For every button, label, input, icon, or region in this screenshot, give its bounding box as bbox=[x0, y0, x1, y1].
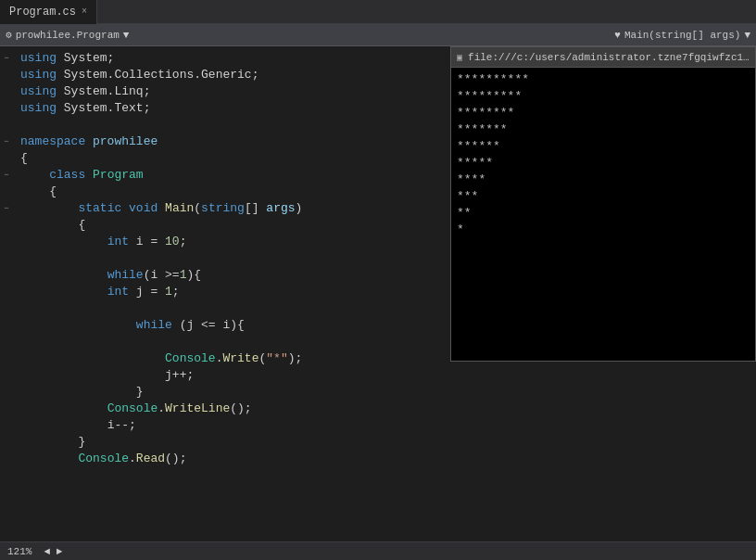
main-area: −using System;using System.Collections.G… bbox=[0, 46, 756, 541]
console-output-line: ** bbox=[457, 205, 750, 222]
collapse-indicator[interactable]: − bbox=[0, 134, 13, 150]
token: . bbox=[129, 452, 136, 465]
token: System.Text; bbox=[57, 101, 150, 115]
token: int bbox=[107, 235, 129, 248]
line-code-content: static void Main(string[] args) bbox=[17, 200, 302, 217]
token: (); bbox=[230, 401, 251, 415]
token: System.Collections.Generic; bbox=[57, 68, 258, 82]
code-line: Console.WriteLine(); bbox=[0, 401, 756, 417]
token: (j <= i){ bbox=[172, 318, 245, 332]
line-code-content bbox=[17, 334, 136, 350]
token: Console bbox=[165, 351, 216, 365]
token: using bbox=[20, 68, 57, 82]
line-code-content bbox=[17, 250, 107, 267]
token: System.Linq; bbox=[57, 84, 150, 98]
token bbox=[121, 201, 129, 215]
console-title-text: file:///c:/users/administrator.tzne7fgqi… bbox=[468, 52, 750, 63]
token: j++; bbox=[165, 368, 194, 382]
line-code-content: Console.Write("*"); bbox=[17, 350, 302, 367]
console-output-line: ******* bbox=[457, 121, 750, 138]
toolbar-strip: ⚙ prowhilee.Program ▼ ♥ Main(string[] ar… bbox=[0, 24, 756, 46]
token: [] bbox=[245, 201, 266, 215]
line-code-content: Console.Read(); bbox=[17, 451, 186, 467]
line-code-content: using System.Text; bbox=[17, 100, 150, 117]
console-output-line: ********* bbox=[457, 88, 750, 105]
line-code-content: { bbox=[17, 150, 28, 167]
token: Console bbox=[78, 452, 129, 465]
token: "*" bbox=[266, 351, 287, 365]
token: { bbox=[20, 151, 28, 165]
line-code-content: } bbox=[17, 434, 85, 451]
token: ( bbox=[194, 201, 201, 215]
console-titlebar: ▣ file:///c:/users/administrator.tzne7fg… bbox=[451, 47, 755, 68]
project-label: prowhilee.Program bbox=[16, 30, 120, 41]
token: namespace bbox=[20, 134, 85, 148]
token: using bbox=[20, 101, 57, 115]
token: ); bbox=[288, 351, 303, 365]
toolbar-left: ⚙ prowhilee.Program ▼ bbox=[6, 29, 611, 41]
token: prowhilee bbox=[85, 134, 158, 148]
dropdown-icon[interactable]: ▼ bbox=[123, 30, 130, 41]
token: Main bbox=[165, 201, 194, 215]
program-cs-tab[interactable]: Program.cs × bbox=[0, 0, 97, 24]
token: WriteLine bbox=[165, 401, 230, 415]
token: while bbox=[107, 268, 144, 282]
console-output-line: * bbox=[457, 222, 750, 238]
tab-close-button[interactable]: × bbox=[82, 6, 87, 17]
token bbox=[158, 201, 165, 215]
collapse-indicator[interactable]: − bbox=[0, 50, 13, 67]
token: ; bbox=[180, 235, 187, 248]
token: class bbox=[49, 168, 85, 182]
code-line: i--; bbox=[0, 417, 756, 434]
console-window: ▣ file:///c:/users/administrator.tzne7fg… bbox=[450, 46, 756, 362]
token: 10 bbox=[165, 235, 180, 248]
console-output-line: ******** bbox=[457, 105, 750, 121]
console-output-line: ********** bbox=[457, 71, 750, 88]
console-body: ****************************************… bbox=[451, 68, 755, 361]
line-code-content: j++; bbox=[17, 367, 194, 384]
collapse-indicator[interactable]: − bbox=[0, 200, 13, 217]
token: } bbox=[78, 435, 85, 449]
line-code-content: while(i >=1){ bbox=[17, 267, 201, 284]
code-line: } bbox=[0, 384, 756, 401]
line-code-content: { bbox=[17, 184, 57, 200]
tab-bar: Program.cs × bbox=[0, 0, 756, 24]
token: ; bbox=[172, 285, 180, 299]
line-code-content bbox=[17, 300, 107, 317]
line-code-content: while (j <= i){ bbox=[17, 317, 245, 334]
token: Program bbox=[93, 168, 144, 182]
code-line: j++; bbox=[0, 367, 756, 384]
token: ){ bbox=[186, 268, 201, 282]
token: i = bbox=[129, 235, 165, 248]
console-output-line: *** bbox=[457, 188, 750, 205]
code-line: } bbox=[0, 434, 756, 451]
token: ) bbox=[296, 201, 303, 215]
line-code-content: using System; bbox=[17, 50, 114, 67]
method-heart-icon: ♥ bbox=[614, 30, 621, 41]
zoom-bar: 121% ◄ ► bbox=[0, 541, 756, 560]
token: string bbox=[201, 201, 245, 215]
token: using bbox=[20, 84, 57, 98]
console-output-line: ****** bbox=[457, 138, 750, 155]
token: (); bbox=[165, 452, 186, 465]
tab-label: Program.cs bbox=[9, 6, 76, 19]
collapse-indicator[interactable]: − bbox=[0, 167, 13, 184]
line-code-content: using System.Collections.Generic; bbox=[17, 67, 258, 83]
token: static bbox=[78, 201, 121, 215]
token: System; bbox=[57, 51, 114, 65]
method-dropdown-icon[interactable]: ▼ bbox=[744, 30, 750, 41]
console-output-line: ***** bbox=[457, 155, 750, 172]
token: { bbox=[49, 185, 57, 198]
token: j = bbox=[129, 285, 165, 299]
token: using bbox=[20, 51, 57, 65]
line-code-content: int j = 1; bbox=[17, 284, 180, 300]
line-code-content: { bbox=[17, 217, 85, 234]
line-code-content: namespace prowhilee bbox=[17, 134, 158, 150]
token: Read bbox=[136, 452, 165, 465]
token bbox=[85, 168, 93, 182]
project-icon: ⚙ bbox=[6, 29, 12, 41]
zoom-level: 121% bbox=[7, 546, 32, 557]
line-code-content: i--; bbox=[17, 417, 136, 434]
token: 1 bbox=[165, 285, 172, 299]
console-window-icon: ▣ bbox=[457, 52, 462, 63]
